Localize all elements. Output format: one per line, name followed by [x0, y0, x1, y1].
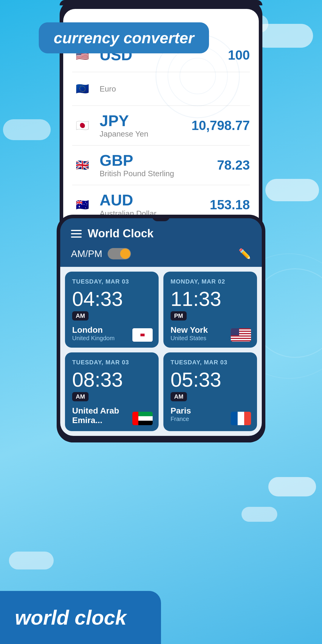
- aud-flag: 🇦🇺: [72, 195, 92, 215]
- currency-row-gbp[interactable]: 🇬🇧 GBP British Pound Sterling 78.23: [72, 145, 250, 185]
- ampm-label: AM/PM: [71, 248, 102, 259]
- paris-ampm: AM: [171, 392, 187, 401]
- world-clock-label-text: world clock: [15, 606, 126, 629]
- menu-icon[interactable]: [71, 230, 82, 238]
- clock-card-paris[interactable]: TUESDAY, MAR 03 05:33 AM Paris France: [163, 352, 257, 431]
- paris-flag: [231, 412, 251, 425]
- uae-time: 08:33: [72, 369, 151, 390]
- newyork-date: MONDAY, MAR 02: [171, 278, 250, 285]
- phone-notch: [152, 215, 170, 221]
- svg-point-2: [180, 58, 216, 94]
- uae-flag: [132, 412, 153, 425]
- gbp-name: British Pound Sterling: [100, 169, 217, 178]
- ampm-section: AM/PM: [71, 248, 131, 259]
- jpy-flag: 🇯🇵: [72, 115, 92, 136]
- ampm-toggle[interactable]: [108, 248, 131, 259]
- paris-time: 05:33: [171, 369, 250, 390]
- svg-point-1: [168, 46, 227, 106]
- clock-title: World Clock: [88, 227, 154, 240]
- london-date: TUESDAY, MAR 03: [72, 278, 151, 285]
- aud-value: 153.18: [210, 197, 250, 212]
- clock-card-uae[interactable]: TUESDAY, MAR 03 08:33 AM United Arab Emi…: [65, 352, 159, 431]
- aud-code: AUD: [100, 192, 210, 209]
- uae-ampm: AM: [72, 392, 89, 401]
- london-ampm: AM: [72, 311, 89, 321]
- uae-date: TUESDAY, MAR 03: [72, 359, 151, 366]
- clock-subheader: AM/PM ✏️: [60, 245, 262, 267]
- clock-card-london[interactable]: TUESDAY, MAR 03 04:33 AM London United K…: [65, 272, 159, 348]
- currency-converter-label: currency converter: [39, 22, 209, 53]
- newyork-ampm: PM: [171, 311, 187, 321]
- aud-info: AUD Australian Dollar: [100, 192, 210, 218]
- world-clock-label: world clock: [0, 591, 161, 644]
- gbp-info: GBP British Pound Sterling: [100, 152, 217, 178]
- edit-icon[interactable]: ✏️: [239, 248, 251, 260]
- toggle-thumb: [120, 249, 130, 259]
- london-time: 04:33: [72, 289, 151, 309]
- clock-screen: World Clock AM/PM ✏️ TUESDAY, MAR 03 04:…: [60, 218, 262, 436]
- eur-flag: 🇪🇺: [72, 79, 92, 99]
- clock-grid: TUESDAY, MAR 03 04:33 AM London United K…: [60, 267, 262, 436]
- gbp-value: 78.23: [217, 158, 250, 173]
- gbp-code: GBP: [100, 152, 217, 169]
- world-clock-phone: World Clock AM/PM ✏️ TUESDAY, MAR 03 04:…: [57, 215, 265, 442]
- clock-card-newyork[interactable]: MONDAY, MAR 02 11:33 PM New York United …: [163, 272, 257, 348]
- gbp-flag: 🇬🇧: [72, 155, 92, 175]
- clock-header: World Clock: [60, 218, 262, 245]
- london-flag: [132, 328, 153, 342]
- newyork-flag: [231, 328, 251, 342]
- newyork-time: 11:33: [171, 289, 250, 309]
- paris-date: TUESDAY, MAR 03: [171, 359, 250, 366]
- currency-label-text: currency converter: [54, 29, 194, 47]
